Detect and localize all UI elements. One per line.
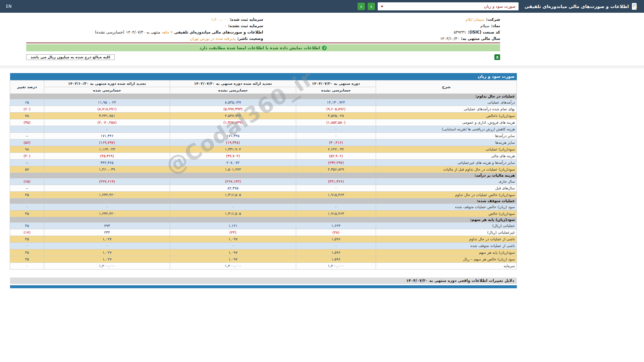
report-icon <box>632 3 638 10</box>
value-cell: ۱۷۱,۳۴۵ <box>170 133 296 139</box>
value-cell: ۱,۵۹۶ <box>296 256 376 263</box>
statement-row: سود(زیان) ناخالص۴,۵۲۵,۰۲۸۲,۵۴۷,۷۴۴۳,۲۳۱,… <box>10 113 517 119</box>
value-cell: ۲,۵۴۷,۷۴۴ <box>170 113 296 119</box>
value-cell: ۰ <box>296 204 376 210</box>
change-cell: -- <box>10 133 44 139</box>
value-cell: ۰ <box>296 243 376 249</box>
value-cell: ۸۲,۳۷۵ <box>170 185 296 192</box>
change-cell: ۴۵ <box>10 223 44 229</box>
value-cell: ۰ <box>44 204 170 210</box>
change-cell: (۳۵) <box>10 119 44 126</box>
change-cell: ۴۵ <box>10 256 44 263</box>
value-cell: ۱,۵۹۶ <box>296 236 376 243</box>
value-cell: ۱۱,۹۵۰,۰۲۲ <box>44 99 170 106</box>
value-cell: (۹,۶۰۵,۸۹۶) <box>296 106 376 113</box>
row-label: سود(زیان) ناخالص <box>376 113 517 119</box>
statement-row: سرمایه۱,۲۰۰,۰۰۰۱,۲۰۰,۰۰۰۱,۲۰۰,۰۰۰۰ <box>10 263 517 269</box>
info-row: سرمایه ثبت نشده:۰ <box>26 22 263 29</box>
page-title: اطلاعات و صورت‌های مالی میاندوره‌ای تلفی… <box>525 4 629 9</box>
value-cell: ۱,۳۱۶,۵۰۵ <box>170 192 296 198</box>
signature-alert: i اطلاعات نمایش داده شده با اطلاعات امضا… <box>26 44 500 51</box>
chevron-down-icon <box>381 6 383 7</box>
change-cell: (۱۷) <box>10 229 44 236</box>
row-label: غیرعملیاتی (ریال) <box>376 229 517 236</box>
next-section-strip <box>10 285 517 288</box>
value-cell: ۰ <box>296 185 376 192</box>
value-cell: (۵,۹۹۷,۳۹۳) <box>170 106 296 113</box>
value-cell: ۸,۵۴۵,۱۳۷ <box>170 99 296 106</box>
column-header: شرح <box>376 80 517 94</box>
change-cell: ۰ <box>10 263 44 269</box>
value-cell: ۰ <box>44 126 170 133</box>
statement-row: هزینه کاهش ارزش دریافتنی ها (هزینه استثن… <box>10 126 517 133</box>
info-row: کد صنعت (ISIC):۵۳۹۴۳۱ <box>263 29 500 35</box>
row-label: سود(زیان) خالص <box>376 210 517 217</box>
topbar: EN اطلاعات و صورت‌های مالی میاندوره‌ای ت… <box>0 0 644 13</box>
svg-text:X: X <box>496 56 499 59</box>
value-cell: ۱,۰۹۷ <box>170 256 296 263</box>
info-label: شرکت: <box>486 17 500 22</box>
info-value: ۱۴۰۴/۱۰/۳۰ <box>440 36 459 41</box>
row-label: سود (زیان) خالص هر سهم – ریال <box>376 256 517 263</box>
statement-row: هزینه های مالی(۵۲,۹۰۶)(۳۷,۷۰۲)(۴۵,۳۶۹)(۴… <box>10 153 517 160</box>
value-cell: ۰ <box>296 126 376 133</box>
statement-row: سود (زیان) خالص عملیات متوقف شده۰۰۰۰ <box>10 204 517 210</box>
info-value: پذیرفته شده در بورس تهران <box>190 36 235 41</box>
change-cell: (۴۰) <box>10 153 44 160</box>
value-cell: ۱,۲۰۰,۰۰۰ <box>296 263 376 269</box>
statement-row: سایر درآمدها و هزینه های غیرعملیاتی(۲۳۲,… <box>10 160 517 166</box>
prev-statement-button[interactable]: ‹ <box>358 3 365 10</box>
value-cell: ۱,۱۲۱ <box>170 223 296 229</box>
value-cell: ۱,۴۶۰,۰۳۹ <box>44 166 170 173</box>
info-row: نماد:سیلام <box>263 22 500 29</box>
statement-select-value: صورت سود و زیان <box>484 4 516 9</box>
row-label: سایر درآمدها و هزینه های غیرعملیاتی <box>376 160 517 166</box>
value-cell: (۱۹,۳۴۸) <box>170 139 296 146</box>
divider-band <box>0 65 644 68</box>
section-label: سود(زیان) پایه هر سهم: <box>10 217 517 223</box>
audit-subheader: حسابرسی نشده <box>296 87 376 94</box>
topbar-right-group: اطلاعات و صورت‌های مالی میاندوره‌ای تلفی… <box>358 2 638 10</box>
change-cell: (۶۵) <box>10 178 44 185</box>
change-cell: ۰ <box>10 243 44 249</box>
section-label: عملیات در حال تداوم: <box>10 94 517 99</box>
excel-export-icon[interactable]: X <box>494 54 500 60</box>
info-row: سال مالی منتهی به:۱۴۰۴/۱۰/۳۰ <box>263 35 500 42</box>
value-cell: ۱,۲۰۰,۰۰۰ <box>170 263 296 269</box>
table-title: صورت سود و زیان <box>10 73 517 80</box>
value-cell: ۱,۳۱۶,۵۰۵ <box>170 210 296 217</box>
value-cell: ۱,۳۳۱,۹۰۲ <box>170 146 296 153</box>
amounts-note: کلیه مبالغ درج شده به میلیون ریال می باش… <box>26 54 115 60</box>
value-cell: (۵۲,۹۰۶) <box>296 153 376 160</box>
value-cell: ۲,۳۵۶,۸۲۹ <box>296 166 376 173</box>
info-icon: i <box>322 46 327 50</box>
value-cell <box>44 185 170 192</box>
value-cell: ۱۷۱,۳۴۶ <box>44 133 170 139</box>
value-cell: ۱,۹۱۵,۴۶۳ <box>296 192 376 198</box>
statement-table-head: شرحدوره منتهی به ۱۴۰۴/۰۷/۳۰تجدید ارائه ش… <box>10 80 517 94</box>
statement-table-body: عملیات در حال تداوم:درآمدهای عملیاتی۱۴,۱… <box>10 94 517 269</box>
change-cell: -- <box>10 160 44 166</box>
section-row: عملیات متوقف شده: <box>10 198 517 204</box>
value-cell: ۱,۱۶۳,۰۴۳ <box>44 146 170 153</box>
language-toggle[interactable]: EN <box>6 4 12 9</box>
row-label: سایر درآمدها <box>376 133 517 139</box>
info-value: منتهی به ۱۴۰۴/۰۷/۳۰ <box>126 30 160 35</box>
value-cell: (۴۵,۳۶۹) <box>44 153 170 160</box>
statement-row: بهای تمام شده درآمدهای عملیاتی(۹,۶۰۵,۸۹۶… <box>10 106 517 113</box>
value-cell: ۲۳۴ <box>44 229 170 236</box>
row-label: سود (زیان) خالص عملیات متوقف شده <box>376 204 517 210</box>
value-cell: ۰ <box>170 204 296 210</box>
value-cell: ۱,۰۲۷ <box>44 236 170 243</box>
value-cell: ۱,۶۲۴ <box>296 223 376 229</box>
statement-select[interactable]: صورت سود و زیان <box>378 2 519 10</box>
value-cell: ۱,۰۹۷ <box>170 236 296 243</box>
info-label: اطلاعات و صورت‌های مالی میاندوره‌ای تلفی… <box>174 30 263 35</box>
change-cell: (۵۷) <box>10 139 44 146</box>
next-statement-button[interactable]: › <box>368 3 375 10</box>
statement-row: سود (زیان) خالص هر سهم – ریال۱,۵۹۶۱,۰۹۷۱… <box>10 256 517 263</box>
statement-row: درآمدهای عملیاتی۱۴,۱۳۰,۹۲۴۸,۵۴۵,۱۳۷۱۱,۹۵… <box>10 99 517 106</box>
value-cell: ۱,۰۲۷ <box>44 249 170 256</box>
info-value: سیمان ایلام <box>466 17 484 22</box>
statement-row: عملیاتی (ریال)۱,۶۲۴۱,۱۲۱۷۹۳۴۵ <box>10 223 517 229</box>
